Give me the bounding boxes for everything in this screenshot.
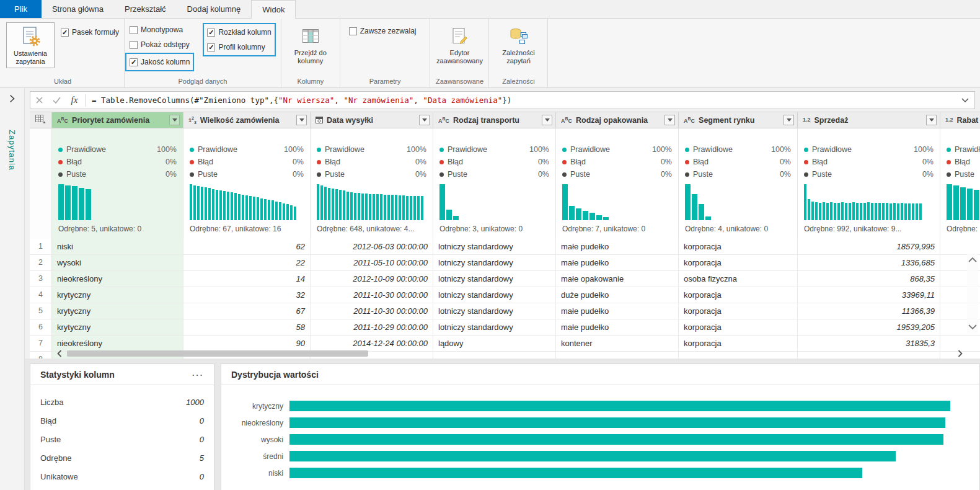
table-cell[interactable]: korporacja (679, 319, 798, 335)
column-profile-segment-rynku[interactable]: Prawidłowe100%Błąd0%Puste0%Odrębne: 4, u… (679, 128, 798, 239)
formula-input[interactable]: = Table.RemoveColumns(#"Zmieniono typ",{… (87, 96, 956, 105)
table-cell[interactable]: korporacja (679, 255, 798, 270)
queries-pane-label[interactable]: Zapytania (7, 130, 17, 171)
table-cell[interactable]: 2011-10-29 00:00:00 (311, 319, 433, 335)
filter-icon[interactable] (784, 115, 794, 125)
column-type-icon-ABC[interactable]: ABC (684, 117, 695, 124)
table-cell[interactable]: małe opakowanie (556, 271, 679, 287)
table-cell[interactable]: 11366,39 (798, 303, 940, 319)
row-number[interactable]: 4 (30, 287, 52, 303)
table-cell[interactable]: korporacja (679, 303, 798, 319)
column-header-segment-rynku[interactable]: ABCSegment rynku (679, 112, 798, 128)
column-header-rodzaj-opakowania[interactable]: ABCRodzaj opakowania (556, 112, 679, 128)
filter-icon[interactable] (296, 115, 307, 125)
filter-icon[interactable] (169, 115, 180, 125)
column-type-icon-ABC[interactable]: ABC (438, 117, 449, 124)
column-header-wielkość-zamówienia[interactable]: 123Wielkość zamówienia (183, 112, 311, 128)
table-cell[interactable]: korporacja (679, 239, 798, 254)
checkbox-column-profile[interactable]: Profil kolumny (207, 40, 271, 55)
scrollbar-track[interactable] (67, 350, 953, 357)
column-profile-data-wysyłki[interactable]: Prawidłowe100%Błąd0%Puste0%Odrębne: 648,… (311, 128, 433, 239)
table-cell[interactable]: osoba fizyczna (679, 271, 798, 287)
column-header-priorytet-zamówienia[interactable]: ABCPriorytet zamówienia (52, 112, 183, 128)
checkbox-column-quality[interactable]: Jakość kolumn (130, 55, 190, 69)
checkbox-always-allow[interactable]: Zawsze zezwalaj (349, 24, 417, 38)
row-number[interactable]: 2 (30, 255, 52, 270)
commit-icon[interactable] (48, 92, 65, 109)
column-type-icon-ABC[interactable]: ABC (57, 117, 68, 124)
advanced-editor-button[interactable]: Edytor zaawansowany (435, 22, 483, 67)
table-cell[interactable]: 32 (183, 287, 311, 303)
checkbox-column-distribution[interactable]: Rozkład kolumn (207, 25, 271, 40)
tab-plik[interactable]: Plik (0, 0, 42, 18)
table-cell[interactable]: duże pudełko (556, 287, 679, 303)
column-profile-priorytet-zamówienia[interactable]: Prawidłowe100%Błąd0%Puste0%Odrębne: 5, u… (52, 128, 183, 239)
checkbox-show-whitespace[interactable]: Pokaż odstępy (130, 37, 194, 52)
expand-pane-icon[interactable] (9, 94, 15, 105)
table-cell[interactable]: 18579,995 (798, 239, 940, 254)
table-cell[interactable]: 2012-10-09 00:00:00 (311, 271, 433, 287)
column-profile-rodzaj-transportu[interactable]: Prawidłowe100%Błąd0%Puste0%Odrębne: 3, u… (433, 128, 556, 239)
column-profile-rodzaj-opakowania[interactable]: Prawidłowe100%Błąd0%Puste0%Odrębne: 7, u… (556, 128, 679, 239)
column-type-icon-1.2[interactable]: 1.2 (945, 117, 953, 123)
column-profile-rabat[interactable]: Prawidłowe100%Błąd0%Puste0%Odrębne: (940, 128, 980, 239)
table-cell[interactable]: 14 (183, 271, 311, 287)
row-number[interactable]: 5 (30, 303, 52, 319)
column-header-sprzedaż[interactable]: 1.2Sprzedaż (798, 112, 940, 128)
checkbox-monospaced[interactable]: Monotypowa (130, 22, 194, 37)
table-cell[interactable]: lotniczy standardowy (433, 319, 556, 335)
scroll-up-icon[interactable] (968, 255, 977, 264)
table-cell[interactable]: lotniczy standardowy (433, 239, 556, 254)
table-cell[interactable]: niski (52, 239, 183, 254)
column-profile-sprzedaż[interactable]: Prawidłowe100%Błąd0%Puste0%Odrębne: 992,… (798, 128, 940, 239)
table-cell[interactable]: 868,35 (798, 271, 940, 287)
table-cell[interactable]: lotniczy standardowy (433, 271, 556, 287)
scroll-left-icon[interactable] (55, 349, 64, 358)
table-cell[interactable]: 2012-06-03 00:00:00 (311, 239, 433, 254)
column-type-icon-1.2[interactable]: 1.2 (803, 117, 811, 123)
expand-formula-bar-icon[interactable] (956, 92, 974, 109)
table-cell[interactable]: małe pudełko (556, 239, 679, 254)
tab-przekształć[interactable]: Przekształć (114, 0, 176, 18)
scrollbar-thumb[interactable] (67, 350, 368, 357)
row-number[interactable]: 7 (30, 336, 52, 351)
table-cell[interactable]: lotniczy standardowy (433, 255, 556, 270)
table-cell[interactable]: korporacja (679, 287, 798, 303)
column-type-icon-datetime[interactable] (316, 116, 323, 125)
query-dependencies-button[interactable]: Zależności zapytań (494, 22, 542, 67)
column-type-icon-123[interactable]: 123 (188, 116, 196, 125)
table-cell[interactable]: 62 (183, 239, 311, 254)
table-cell[interactable]: krytyczny (52, 303, 183, 319)
filter-icon[interactable] (926, 115, 937, 125)
table-cell[interactable]: 2011-10-30 00:00:00 (311, 287, 433, 303)
column-header-rodzaj-transportu[interactable]: ABCRodzaj transportu (433, 112, 556, 128)
tab-widok[interactable]: Widok (251, 0, 296, 19)
column-type-icon-ABC[interactable]: ABC (561, 117, 572, 124)
table-cell[interactable]: 2011-05-10 00:00:00 (311, 255, 433, 270)
table-cell[interactable]: 58 (183, 319, 311, 335)
query-settings-button[interactable]: Ustawienia zapytania (6, 22, 55, 68)
filter-icon[interactable] (419, 115, 430, 125)
select-all-corner[interactable] (30, 112, 52, 128)
tab-strona-główna[interactable]: Strona główna (42, 0, 114, 18)
row-number[interactable]: 8 (30, 352, 52, 359)
goto-column-button[interactable]: Przejdź do kolumny (286, 22, 335, 67)
table-cell[interactable]: małe pudełko (556, 255, 679, 270)
table-cell[interactable]: 1336,685 (798, 255, 940, 270)
table-cell[interactable]: 33969,11 (798, 287, 940, 303)
more-options-icon[interactable]: ··· (192, 370, 204, 380)
horizontal-scrollbar[interactable] (55, 349, 965, 358)
table-cell[interactable]: lotniczy standardowy (433, 303, 556, 319)
row-number[interactable]: 3 (30, 271, 52, 287)
scroll-right-icon[interactable] (955, 349, 965, 358)
checkbox-formula-bar[interactable]: Pasek formuły (61, 25, 119, 40)
table-cell[interactable]: 19539,205 (798, 319, 940, 335)
cancel-icon[interactable] (30, 92, 48, 109)
row-number[interactable]: 1 (30, 239, 52, 254)
table-cell[interactable]: 2011-10-30 00:00:00 (311, 303, 433, 319)
table-cell[interactable]: krytyczny (52, 287, 183, 303)
table-cell[interactable]: nieokreślony (52, 271, 183, 287)
table-cell[interactable]: wysoki (52, 255, 183, 270)
table-cell[interactable]: małe pudełko (556, 319, 679, 335)
column-profile-wielkość-zamówienia[interactable]: Prawidłowe100%Błąd0%Puste0%Odrębne: 67, … (183, 128, 311, 239)
